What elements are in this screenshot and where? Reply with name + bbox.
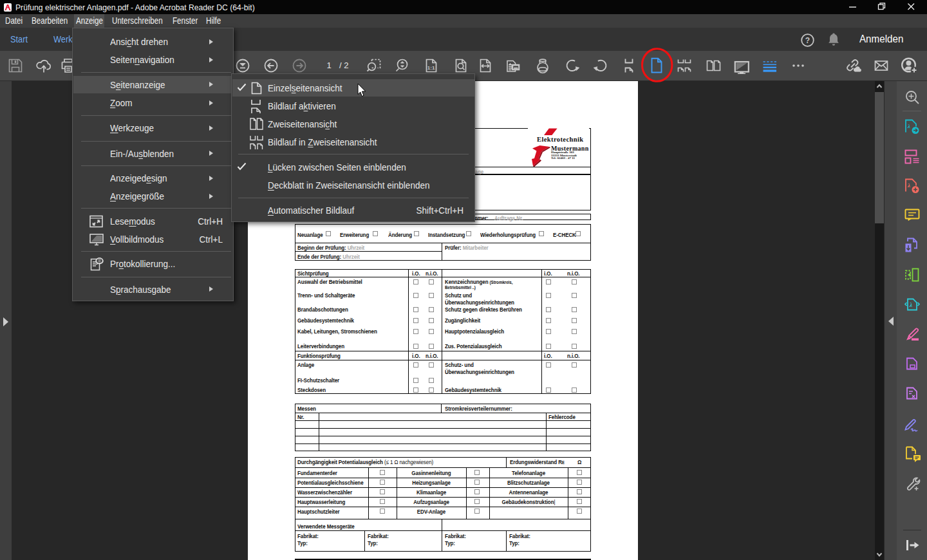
- svg-text:λ: λ: [907, 123, 910, 129]
- svg-text:1:1: 1:1: [427, 65, 435, 71]
- svg-text:λ: λ: [909, 302, 912, 308]
- svg-text:λ: λ: [907, 182, 910, 189]
- svg-text:?: ?: [805, 36, 810, 45]
